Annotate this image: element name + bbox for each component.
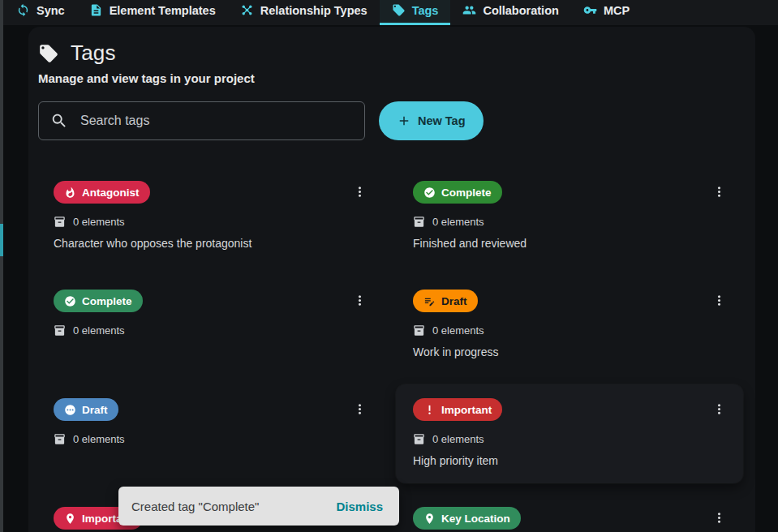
tab-label: Element Templates: [110, 4, 216, 17]
card-menu-button[interactable]: [710, 398, 729, 420]
tag-badge[interactable]: Important: [413, 398, 502, 421]
element-count-row: 0 elements: [54, 324, 369, 337]
elements-box-icon: [413, 216, 425, 228]
tag-card-draft-1: Draft 0 elements Work in progress: [396, 276, 743, 375]
priority-high-icon: [423, 404, 436, 416]
tag-badge[interactable]: Complete: [54, 290, 143, 312]
tab-label: Tags: [412, 4, 439, 17]
element-count: 0 elements: [432, 324, 484, 337]
search-row: New Tag: [38, 101, 755, 140]
tab-collaboration[interactable]: Collaboration: [450, 0, 570, 25]
card-menu-button[interactable]: [710, 290, 729, 311]
new-tag-label: New Tag: [418, 114, 466, 127]
element-count-row: 0 elements: [54, 433, 369, 445]
more-vert-icon: [711, 401, 727, 417]
new-tag-button[interactable]: New Tag: [379, 101, 484, 140]
elements-box-icon: [54, 216, 66, 228]
place-pin-icon: [64, 513, 76, 525]
element-count: 0 elements: [73, 433, 125, 445]
key-icon: [583, 3, 597, 17]
page-title: Tags: [71, 41, 116, 66]
scroll-indicator[interactable]: [0, 224, 3, 256]
tag-card-important-hovered[interactable]: Important 0 elements High priority item: [396, 384, 743, 483]
more-vert-icon: [711, 510, 727, 526]
tag-label: Antagonist: [82, 187, 140, 199]
tag-card-complete-1: Complete 0 elements Finished and reviewe…: [396, 167, 743, 266]
card-menu-button[interactable]: [710, 181, 729, 203]
search-input[interactable]: [80, 114, 353, 128]
tag-label: Key Location: [441, 513, 510, 525]
search-icon: [50, 112, 68, 130]
sync-icon: [16, 3, 30, 17]
toast-message: Created tag "Complete": [131, 500, 259, 513]
tab-relationship-types[interactable]: Relationship Types: [228, 0, 380, 25]
more-vert-icon: [711, 293, 727, 308]
page-subtitle: Manage and view tags in your project: [38, 71, 755, 85]
tab-label: Collaboration: [483, 4, 558, 17]
tag-card-antagonist: Antagonist 0 elements Character who oppo…: [37, 167, 384, 266]
tag-badge[interactable]: Key Location: [413, 507, 521, 530]
tag-label: Complete: [82, 295, 132, 307]
tab-label: Sync: [37, 4, 65, 17]
plus-icon: [397, 114, 411, 128]
card-menu-button[interactable]: [710, 507, 729, 529]
tag-description: Character who opposes the protagonist: [54, 237, 369, 250]
check-circle-icon: [64, 295, 76, 307]
pending-icon: [64, 404, 76, 416]
elements-box-icon: [54, 324, 66, 337]
tag-cards-grid: Antagonist 0 elements Character who oppo…: [37, 167, 755, 532]
tag-icon: [392, 3, 406, 17]
tag-description: Work in progress: [413, 345, 729, 358]
tag-badge[interactable]: Draft: [413, 290, 478, 312]
tab-label: Relationship Types: [260, 4, 368, 17]
network-nodes-icon: [240, 3, 254, 17]
tags-panel: Tags Manage and view tags in your projec…: [28, 27, 755, 532]
elements-box-icon: [54, 433, 66, 445]
tag-description: High priority item: [413, 454, 729, 467]
search-box[interactable]: [38, 101, 365, 140]
tag-label: Important: [441, 404, 492, 416]
more-vert-icon: [352, 401, 368, 417]
tag-description: Finished and reviewed: [413, 237, 729, 250]
top-navigation: Sync Element Templates Relationship Type…: [0, 0, 778, 25]
element-count: 0 elements: [432, 433, 484, 445]
tag-card-draft-2: Draft 0 elements: [37, 384, 384, 483]
elements-box-icon: [413, 433, 425, 445]
elements-box-icon: [413, 324, 425, 337]
card-menu-button[interactable]: [350, 290, 369, 311]
tag-card-complete-2: Complete 0 elements: [37, 276, 384, 375]
tag-badge[interactable]: Antagonist: [54, 181, 150, 204]
tab-label: MCP: [604, 4, 630, 17]
toast-dismiss-button[interactable]: Dismiss: [336, 500, 383, 513]
tag-card-key-location: Key Location: [396, 493, 743, 532]
tag-label: Draft: [441, 295, 467, 307]
tag-label: Complete: [441, 187, 492, 199]
element-count: 0 elements: [73, 324, 125, 337]
element-count-row: 0 elements: [413, 324, 729, 337]
tag-badge[interactable]: Complete: [413, 181, 502, 204]
check-circle-icon: [423, 187, 436, 199]
edit-note-icon: [423, 295, 436, 307]
document-icon: [89, 3, 103, 17]
people-icon: [462, 3, 476, 17]
card-menu-button[interactable]: [350, 398, 369, 420]
tag-icon: [38, 43, 59, 64]
element-count-row: 0 elements: [54, 216, 369, 228]
element-count: 0 elements: [73, 216, 125, 228]
panel-header: Tags Manage and view tags in your projec…: [28, 27, 755, 85]
tag-label: Draft: [82, 404, 108, 416]
more-vert-icon: [352, 184, 368, 200]
tag-badge[interactable]: Draft: [54, 398, 118, 421]
tab-tags[interactable]: Tags: [380, 0, 451, 25]
left-scroll-rail[interactable]: [0, 0, 3, 532]
tab-sync[interactable]: Sync: [4, 0, 77, 25]
place-pin-icon: [423, 513, 436, 525]
tab-mcp[interactable]: MCP: [571, 0, 642, 25]
element-count-row: 0 elements: [413, 433, 729, 445]
toast-notification: Created tag "Complete" Dismiss: [118, 487, 399, 526]
card-menu-button[interactable]: [350, 181, 369, 203]
tab-element-templates[interactable]: Element Templates: [77, 0, 228, 25]
more-vert-icon: [711, 184, 727, 200]
element-count: 0 elements: [432, 216, 484, 228]
element-count-row: 0 elements: [413, 216, 729, 228]
